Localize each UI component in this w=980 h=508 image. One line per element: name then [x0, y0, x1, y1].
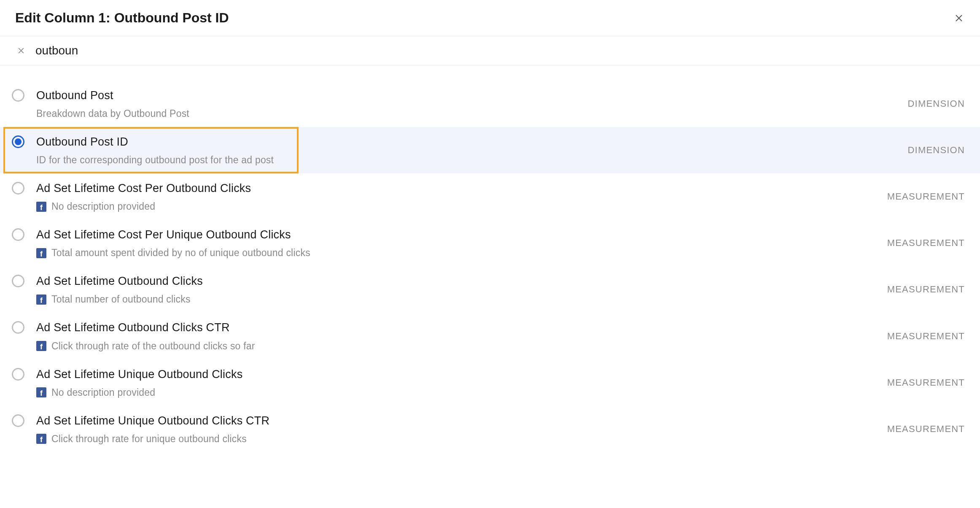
radio-button[interactable]	[12, 182, 24, 195]
type-badge: MEASUREMENT	[887, 331, 965, 342]
facebook-icon: f	[36, 387, 46, 397]
option-row[interactable]: Ad Set Lifetime Unique Outbound Clicks C…	[0, 406, 980, 452]
radio-button[interactable]	[12, 275, 24, 287]
type-badge: DIMENSION	[908, 145, 965, 156]
radio-button[interactable]	[12, 414, 24, 427]
option-description: Click through rate of the outbound click…	[51, 340, 255, 352]
option-text: Ad Set Lifetime Outbound Clicks CTRfClic…	[36, 320, 255, 351]
dialog-header: Edit Column 1: Outbound Post ID	[0, 0, 980, 36]
type-badge: MEASUREMENT	[887, 424, 965, 435]
option-desc-row: fTotal number of outbound clicks	[36, 294, 203, 305]
facebook-icon: f	[36, 202, 46, 212]
option-desc-row: fClick through rate of the outbound clic…	[36, 340, 255, 352]
option-row[interactable]: Ad Set Lifetime Cost Per Unique Outbound…	[0, 220, 980, 266]
option-label: Outbound Post	[36, 88, 189, 103]
option-left: Ad Set Lifetime Cost Per Unique Outbound…	[12, 227, 310, 259]
clear-search-button[interactable]	[15, 45, 27, 57]
option-left: Outbound PostBreakdown data by Outbound …	[12, 88, 189, 119]
option-row[interactable]: Ad Set Lifetime Unique Outbound ClicksfN…	[0, 359, 980, 406]
option-text: Ad Set Lifetime Cost Per Unique Outbound…	[36, 227, 310, 259]
option-left: Ad Set Lifetime Cost Per Outbound Clicks…	[12, 181, 251, 212]
facebook-icon: f	[36, 434, 46, 444]
option-desc-row: fTotal amount spent divided by no of uni…	[36, 247, 310, 259]
option-label: Outbound Post ID	[36, 135, 274, 149]
radio-button[interactable]	[12, 135, 24, 148]
type-badge: MEASUREMENT	[887, 191, 965, 202]
search-input[interactable]	[35, 44, 965, 57]
radio-button[interactable]	[12, 321, 24, 334]
radio-button[interactable]	[12, 228, 24, 241]
type-badge: MEASUREMENT	[887, 284, 965, 295]
option-list: Outbound PostBreakdown data by Outbound …	[0, 65, 980, 452]
x-icon	[17, 46, 25, 55]
option-text: Ad Set Lifetime Unique Outbound Clicks C…	[36, 413, 269, 445]
facebook-icon: f	[36, 248, 46, 258]
option-description: Breakdown data by Outbound Post	[36, 108, 189, 119]
option-desc-row: Breakdown data by Outbound Post	[36, 108, 189, 119]
radio-button[interactable]	[12, 89, 24, 102]
option-label: Ad Set Lifetime Outbound Clicks	[36, 274, 203, 289]
option-left: Ad Set Lifetime Unique Outbound Clicks C…	[12, 413, 269, 445]
option-left: Ad Set Lifetime Outbound Clicks CTRfClic…	[12, 320, 255, 351]
option-row[interactable]: Outbound PostBreakdown data by Outbound …	[0, 81, 980, 127]
type-badge: MEASUREMENT	[887, 238, 965, 249]
close-button[interactable]	[953, 12, 965, 24]
option-description: Total number of outbound clicks	[51, 294, 191, 305]
option-text: Ad Set Lifetime Unique Outbound ClicksfN…	[36, 367, 242, 398]
radio-button[interactable]	[12, 368, 24, 381]
option-text: Ad Set Lifetime Cost Per Outbound Clicks…	[36, 181, 251, 212]
option-label: Ad Set Lifetime Outbound Clicks CTR	[36, 320, 255, 335]
type-badge: MEASUREMENT	[887, 377, 965, 388]
option-row[interactable]: Outbound Post IDID for the corresponding…	[0, 127, 980, 173]
facebook-icon: f	[36, 341, 46, 351]
option-desc-row: fClick through rate for unique outbound …	[36, 433, 269, 445]
option-label: Ad Set Lifetime Unique Outbound Clicks C…	[36, 413, 269, 428]
facebook-icon: f	[36, 295, 46, 305]
option-label: Ad Set Lifetime Cost Per Outbound Clicks	[36, 181, 251, 196]
option-desc-row: ID for the corresponding outbound post f…	[36, 154, 274, 166]
option-desc-row: fNo description provided	[36, 387, 242, 398]
option-text: Outbound PostBreakdown data by Outbound …	[36, 88, 189, 119]
option-label: Ad Set Lifetime Unique Outbound Clicks	[36, 367, 242, 382]
dialog-title: Edit Column 1: Outbound Post ID	[15, 10, 229, 26]
option-description: Click through rate for unique outbound c…	[51, 433, 247, 445]
option-row[interactable]: Ad Set Lifetime Outbound ClicksfTotal nu…	[0, 266, 980, 313]
option-description: No description provided	[51, 201, 155, 212]
option-label: Ad Set Lifetime Cost Per Unique Outbound…	[36, 227, 310, 242]
option-description: No description provided	[51, 387, 155, 398]
option-left: Ad Set Lifetime Outbound ClicksfTotal nu…	[12, 274, 203, 305]
type-badge: DIMENSION	[908, 98, 965, 109]
option-desc-row: fNo description provided	[36, 201, 251, 212]
close-icon	[954, 13, 964, 23]
search-row	[0, 36, 980, 65]
option-text: Ad Set Lifetime Outbound ClicksfTotal nu…	[36, 274, 203, 305]
option-left: Outbound Post IDID for the corresponding…	[12, 135, 274, 166]
option-left: Ad Set Lifetime Unique Outbound ClicksfN…	[12, 367, 242, 398]
option-text: Outbound Post IDID for the corresponding…	[36, 135, 274, 166]
option-description: Total amount spent divided by no of uniq…	[51, 247, 310, 259]
option-description: ID for the corresponding outbound post f…	[36, 154, 274, 166]
option-row[interactable]: Ad Set Lifetime Outbound Clicks CTRfClic…	[0, 313, 980, 359]
option-row[interactable]: Ad Set Lifetime Cost Per Outbound Clicks…	[0, 173, 980, 220]
